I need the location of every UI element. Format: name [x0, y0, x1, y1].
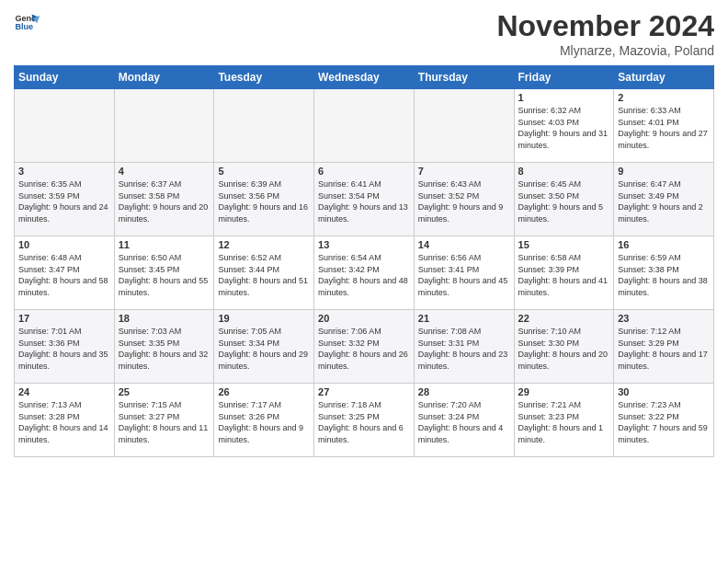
day-info: Sunrise: 6:56 AM Sunset: 3:41 PM Dayligh…: [418, 252, 510, 298]
day-info: Sunrise: 6:54 AM Sunset: 3:42 PM Dayligh…: [318, 252, 410, 298]
day-info: Sunrise: 6:41 AM Sunset: 3:54 PM Dayligh…: [318, 178, 410, 224]
day-number: 21: [418, 313, 510, 324]
day-number: 29: [518, 386, 610, 397]
day-number: 2: [618, 92, 710, 103]
day-number: 9: [618, 166, 710, 177]
day-number: 18: [119, 313, 210, 324]
table-row: [314, 89, 415, 163]
day-info: Sunrise: 7:18 AM Sunset: 3:25 PM Dayligh…: [318, 399, 410, 445]
day-number: 6: [318, 166, 410, 177]
day-number: 11: [119, 239, 210, 250]
day-number: 3: [18, 166, 110, 177]
day-info: Sunrise: 6:58 AM Sunset: 3:39 PM Dayligh…: [518, 252, 610, 298]
day-info: Sunrise: 7:05 AM Sunset: 3:34 PM Dayligh…: [218, 326, 310, 372]
day-info: Sunrise: 6:33 AM Sunset: 4:01 PM Dayligh…: [618, 105, 710, 151]
day-info: Sunrise: 6:43 AM Sunset: 3:52 PM Dayligh…: [418, 178, 510, 224]
table-row: 22Sunrise: 7:10 AM Sunset: 3:30 PM Dayli…: [514, 310, 614, 384]
table-row: 9Sunrise: 6:47 AM Sunset: 3:49 PM Daylig…: [614, 163, 714, 236]
day-info: Sunrise: 6:45 AM Sunset: 3:50 PM Dayligh…: [518, 178, 610, 224]
day-info: Sunrise: 6:39 AM Sunset: 3:56 PM Dayligh…: [218, 178, 310, 224]
day-number: 24: [18, 386, 110, 397]
table-row: 27Sunrise: 7:18 AM Sunset: 3:25 PM Dayli…: [314, 384, 415, 457]
day-number: 7: [418, 166, 510, 177]
day-number: 28: [418, 386, 510, 397]
day-info: Sunrise: 7:21 AM Sunset: 3:23 PM Dayligh…: [518, 399, 610, 445]
header-tuesday: Tuesday: [214, 66, 314, 89]
table-row: 11Sunrise: 6:50 AM Sunset: 3:45 PM Dayli…: [114, 236, 214, 310]
table-row: 19Sunrise: 7:05 AM Sunset: 3:34 PM Dayli…: [214, 310, 314, 384]
day-info: Sunrise: 7:15 AM Sunset: 3:27 PM Dayligh…: [119, 399, 210, 445]
day-info: Sunrise: 6:52 AM Sunset: 3:44 PM Dayligh…: [218, 252, 310, 298]
month-title: November 2024: [496, 9, 714, 43]
table-row: 6Sunrise: 6:41 AM Sunset: 3:54 PM Daylig…: [314, 163, 415, 236]
day-info: Sunrise: 6:32 AM Sunset: 4:03 PM Dayligh…: [518, 105, 610, 151]
day-number: 25: [119, 386, 210, 397]
table-row: 3Sunrise: 6:35 AM Sunset: 3:59 PM Daylig…: [15, 163, 115, 236]
svg-text:Blue: Blue: [15, 22, 33, 31]
day-info: Sunrise: 7:23 AM Sunset: 3:22 PM Dayligh…: [618, 399, 710, 445]
table-row: 8Sunrise: 6:45 AM Sunset: 3:50 PM Daylig…: [514, 163, 614, 236]
day-info: Sunrise: 7:03 AM Sunset: 3:35 PM Dayligh…: [119, 326, 210, 372]
table-row: 24Sunrise: 7:13 AM Sunset: 3:28 PM Dayli…: [15, 384, 115, 457]
day-number: 12: [218, 239, 310, 250]
header-sunday: Sunday: [15, 66, 115, 89]
day-info: Sunrise: 6:37 AM Sunset: 3:58 PM Dayligh…: [119, 178, 210, 224]
table-row: 2Sunrise: 6:33 AM Sunset: 4:01 PM Daylig…: [614, 89, 714, 163]
table-row: 30Sunrise: 7:23 AM Sunset: 3:22 PM Dayli…: [614, 384, 714, 457]
day-number: 19: [218, 313, 310, 324]
header-monday: Monday: [114, 66, 214, 89]
table-row: 20Sunrise: 7:06 AM Sunset: 3:32 PM Dayli…: [314, 310, 415, 384]
table-row: 13Sunrise: 6:54 AM Sunset: 3:42 PM Dayli…: [314, 236, 415, 310]
table-row: 10Sunrise: 6:48 AM Sunset: 3:47 PM Dayli…: [15, 236, 115, 310]
day-number: 30: [618, 386, 710, 397]
day-number: 16: [618, 239, 710, 250]
day-info: Sunrise: 6:35 AM Sunset: 3:59 PM Dayligh…: [18, 178, 110, 224]
header: General Blue November 2024 Mlynarze, Maz…: [14, 9, 714, 58]
table-row: 5Sunrise: 6:39 AM Sunset: 3:56 PM Daylig…: [214, 163, 314, 236]
day-info: Sunrise: 6:50 AM Sunset: 3:45 PM Dayligh…: [119, 252, 210, 298]
table-row: 28Sunrise: 7:20 AM Sunset: 3:24 PM Dayli…: [414, 384, 514, 457]
table-row: 21Sunrise: 7:08 AM Sunset: 3:31 PM Dayli…: [414, 310, 514, 384]
day-number: 4: [119, 166, 210, 177]
day-number: 17: [18, 313, 110, 324]
day-info: Sunrise: 6:48 AM Sunset: 3:47 PM Dayligh…: [18, 252, 110, 298]
table-row: 16Sunrise: 6:59 AM Sunset: 3:38 PM Dayli…: [614, 236, 714, 310]
day-number: 22: [518, 313, 610, 324]
header-friday: Friday: [514, 66, 614, 89]
title-block: November 2024 Mlynarze, Mazovia, Poland: [496, 9, 714, 58]
day-number: 20: [318, 313, 410, 324]
header-thursday: Thursday: [414, 66, 514, 89]
subtitle: Mlynarze, Mazovia, Poland: [496, 43, 714, 58]
logo-icon: General Blue: [14, 9, 40, 35]
day-number: 10: [18, 239, 110, 250]
day-number: 8: [518, 166, 610, 177]
day-info: Sunrise: 7:10 AM Sunset: 3:30 PM Dayligh…: [518, 326, 610, 372]
day-number: 27: [318, 386, 410, 397]
header-saturday: Saturday: [614, 66, 714, 89]
table-row: 25Sunrise: 7:15 AM Sunset: 3:27 PM Dayli…: [114, 384, 214, 457]
logo: General Blue: [14, 9, 40, 35]
table-row: 26Sunrise: 7:17 AM Sunset: 3:26 PM Dayli…: [214, 384, 314, 457]
table-row: 12Sunrise: 6:52 AM Sunset: 3:44 PM Dayli…: [214, 236, 314, 310]
table-row: 14Sunrise: 6:56 AM Sunset: 3:41 PM Dayli…: [414, 236, 514, 310]
day-number: 15: [518, 239, 610, 250]
day-info: Sunrise: 6:59 AM Sunset: 3:38 PM Dayligh…: [618, 252, 710, 298]
day-info: Sunrise: 7:12 AM Sunset: 3:29 PM Dayligh…: [618, 326, 710, 372]
day-number: 14: [418, 239, 510, 250]
page-container: General Blue November 2024 Mlynarze, Maz…: [0, 0, 728, 466]
table-row: 15Sunrise: 6:58 AM Sunset: 3:39 PM Dayli…: [514, 236, 614, 310]
day-info: Sunrise: 7:17 AM Sunset: 3:26 PM Dayligh…: [218, 399, 310, 445]
table-row: 17Sunrise: 7:01 AM Sunset: 3:36 PM Dayli…: [15, 310, 115, 384]
table-row: 18Sunrise: 7:03 AM Sunset: 3:35 PM Dayli…: [114, 310, 214, 384]
table-row: [414, 89, 514, 163]
day-info: Sunrise: 7:20 AM Sunset: 3:24 PM Dayligh…: [418, 399, 510, 445]
calendar-table: Sunday Monday Tuesday Wednesday Thursday…: [14, 65, 714, 457]
day-number: 23: [618, 313, 710, 324]
day-number: 26: [218, 386, 310, 397]
day-number: 13: [318, 239, 410, 250]
day-info: Sunrise: 7:13 AM Sunset: 3:28 PM Dayligh…: [18, 399, 110, 445]
table-row: 4Sunrise: 6:37 AM Sunset: 3:58 PM Daylig…: [114, 163, 214, 236]
table-row: [214, 89, 314, 163]
table-row: 23Sunrise: 7:12 AM Sunset: 3:29 PM Dayli…: [614, 310, 714, 384]
header-wednesday: Wednesday: [314, 66, 415, 89]
